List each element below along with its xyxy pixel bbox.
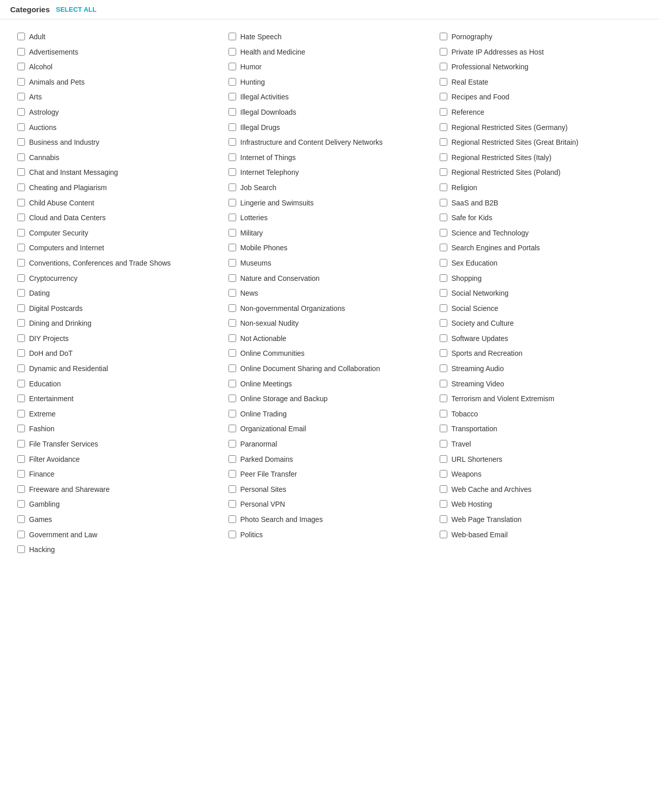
category-item[interactable]: Web Cache and Archives [438, 482, 644, 497]
category-item[interactable]: DIY Projects [15, 331, 221, 347]
category-checkbox[interactable] [440, 531, 447, 538]
category-checkbox[interactable] [229, 274, 236, 282]
category-item[interactable]: Dining and Drinking [15, 316, 221, 331]
category-item[interactable]: SaaS and B2B [438, 196, 644, 211]
category-checkbox[interactable] [440, 274, 447, 282]
category-item[interactable]: Government and Law [15, 528, 221, 543]
category-checkbox[interactable] [17, 410, 25, 417]
category-item[interactable]: File Transfer Services [15, 437, 221, 452]
category-checkbox[interactable] [17, 93, 25, 100]
category-item[interactable]: Web Hosting [438, 497, 644, 512]
category-checkbox[interactable] [440, 214, 447, 221]
category-checkbox[interactable] [229, 244, 236, 251]
category-item[interactable]: Fashion [15, 422, 221, 437]
category-checkbox[interactable] [17, 63, 25, 70]
category-item[interactable]: Web Page Translation [438, 512, 644, 528]
category-item[interactable]: Web-based Email [438, 528, 644, 543]
category-item[interactable]: Travel [438, 437, 644, 452]
category-item[interactable]: Online Communities [226, 346, 433, 361]
category-item[interactable]: Regional Restricted Sites (Great Britain… [438, 135, 644, 150]
category-checkbox[interactable] [229, 289, 236, 297]
category-checkbox[interactable] [440, 138, 447, 146]
category-item[interactable]: Society and Culture [438, 316, 644, 331]
category-checkbox[interactable] [17, 123, 25, 131]
category-item[interactable]: Advertisements [15, 45, 221, 60]
category-checkbox[interactable] [229, 531, 236, 538]
category-checkbox[interactable] [229, 364, 236, 372]
category-item[interactable]: Filter Avoidance [15, 452, 221, 467]
category-checkbox[interactable] [229, 304, 236, 312]
category-item[interactable]: Mobile Phones [226, 241, 433, 256]
category-item[interactable]: Weapons [438, 467, 644, 482]
category-item[interactable]: Hacking [15, 542, 221, 558]
category-item[interactable]: Regional Restricted Sites (Italy) [438, 150, 644, 166]
category-checkbox[interactable] [229, 48, 236, 56]
category-checkbox[interactable] [17, 425, 25, 432]
category-checkbox[interactable] [229, 214, 236, 221]
category-checkbox[interactable] [229, 93, 236, 100]
category-item[interactable]: Freeware and Shareware [15, 482, 221, 497]
category-checkbox[interactable] [17, 500, 25, 508]
category-checkbox[interactable] [229, 319, 236, 327]
category-item[interactable]: Illegal Downloads [226, 105, 433, 120]
category-checkbox[interactable] [440, 319, 447, 327]
category-checkbox[interactable] [17, 304, 25, 312]
category-item[interactable]: Internet of Things [226, 150, 433, 166]
category-item[interactable]: Cannabis [15, 150, 221, 166]
category-checkbox[interactable] [229, 455, 236, 463]
category-item[interactable]: Paranormal [226, 437, 433, 452]
category-item[interactable]: Pornography [438, 30, 644, 45]
category-checkbox[interactable] [440, 349, 447, 357]
category-checkbox[interactable] [229, 395, 236, 402]
category-checkbox[interactable] [440, 364, 447, 372]
category-item[interactable]: Streaming Audio [438, 361, 644, 377]
category-item[interactable]: Online Storage and Backup [226, 391, 433, 407]
category-checkbox[interactable] [440, 63, 447, 70]
category-item[interactable]: Sports and Recreation [438, 346, 644, 361]
category-item[interactable]: DoH and DoT [15, 346, 221, 361]
category-checkbox[interactable] [17, 334, 25, 342]
category-item[interactable]: Online Document Sharing and Collaboratio… [226, 361, 433, 377]
category-checkbox[interactable] [229, 63, 236, 70]
category-item[interactable]: Job Search [226, 180, 433, 196]
category-checkbox[interactable] [17, 259, 25, 267]
category-item[interactable]: Nature and Conservation [226, 271, 433, 286]
category-item[interactable]: Search Engines and Portals [438, 241, 644, 256]
category-item[interactable]: Entertainment [15, 391, 221, 407]
category-item[interactable]: Organizational Email [226, 422, 433, 437]
category-item[interactable]: Animals and Pets [15, 75, 221, 90]
category-item[interactable]: Safe for Kids [438, 211, 644, 226]
category-checkbox[interactable] [229, 440, 236, 448]
category-item[interactable]: Online Trading [226, 407, 433, 422]
category-checkbox[interactable] [17, 319, 25, 327]
category-checkbox[interactable] [229, 349, 236, 357]
category-item[interactable]: Cheating and Plagiarism [15, 180, 221, 196]
category-checkbox[interactable] [229, 108, 236, 116]
category-item[interactable]: Chat and Instant Messaging [15, 165, 221, 180]
category-item[interactable]: Computers and Internet [15, 241, 221, 256]
category-item[interactable]: Software Updates [438, 331, 644, 347]
category-checkbox[interactable] [17, 470, 25, 478]
category-item[interactable]: Professional Networking [438, 60, 644, 75]
category-checkbox[interactable] [440, 289, 447, 297]
category-checkbox[interactable] [17, 395, 25, 402]
category-checkbox[interactable] [17, 274, 25, 282]
category-checkbox[interactable] [440, 244, 447, 251]
category-item[interactable]: Private IP Addresses as Host [438, 45, 644, 60]
category-checkbox[interactable] [440, 153, 447, 161]
category-checkbox[interactable] [440, 455, 447, 463]
category-checkbox[interactable] [229, 78, 236, 86]
category-checkbox[interactable] [17, 244, 25, 251]
category-item[interactable]: Politics [226, 528, 433, 543]
category-checkbox[interactable] [17, 78, 25, 86]
category-item[interactable]: URL Shorteners [438, 452, 644, 467]
category-item[interactable]: Arts [15, 90, 221, 105]
category-checkbox[interactable] [229, 500, 236, 508]
category-checkbox[interactable] [440, 410, 447, 417]
category-checkbox[interactable] [229, 470, 236, 478]
category-item[interactable]: Personal VPN [226, 497, 433, 512]
category-item[interactable]: Alcohol [15, 60, 221, 75]
category-item[interactable]: Cloud and Data Centers [15, 211, 221, 226]
category-checkbox[interactable] [17, 229, 25, 237]
category-checkbox[interactable] [229, 138, 236, 146]
